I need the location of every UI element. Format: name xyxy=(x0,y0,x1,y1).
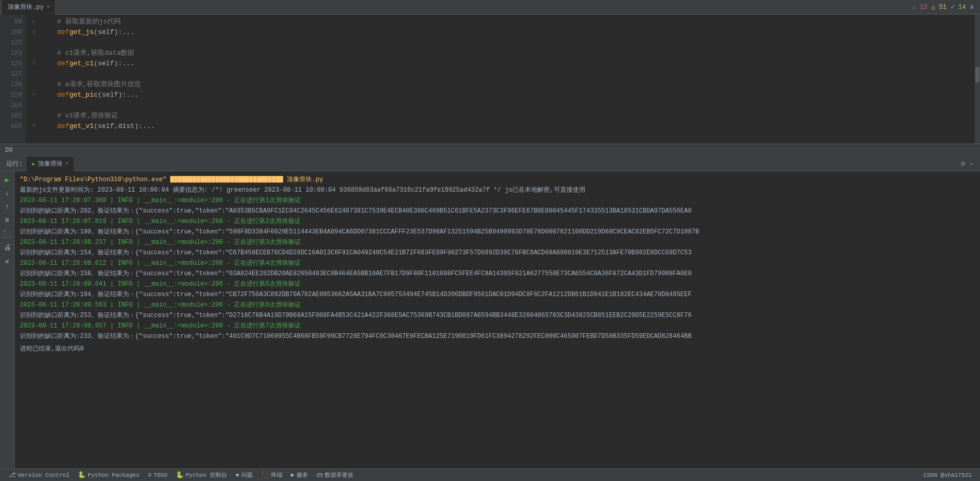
editor-tab-close[interactable]: × xyxy=(47,4,50,10)
run-result-5: 识别到的缺口距离为:184。验证结果为：{"success":true,"tok… xyxy=(20,289,975,300)
code-line-128: # a请求,获取滑块图片信息 xyxy=(32,79,980,90)
editor-scrollbar[interactable] xyxy=(975,15,980,144)
run-block-5: 2023-08-11 17:28:09.041 | INFO | __main_… xyxy=(20,279,975,300)
run-block-3: 2023-08-11 17:28:08.237 | INFO | __main_… xyxy=(20,237,975,258)
run-result-2: 识别到的缺口距离为:180。验证结果为：{"success":true,"tok… xyxy=(20,227,975,237)
run-info-7: 2023-08-11 17:28:09.957 | INFO | __main_… xyxy=(20,321,975,331)
run-block-2: 2023-08-11 17:28:07.819 | INFO | __main_… xyxy=(20,216,975,237)
services-icon: ▶ xyxy=(291,471,294,479)
todo-icon: ≡ xyxy=(148,472,151,479)
line-num: 123 xyxy=(0,48,26,58)
status-terminal[interactable]: ⬛ 终端 xyxy=(257,469,287,481)
code-line-127 xyxy=(32,69,980,79)
run-down-icon[interactable]: ↓ xyxy=(2,188,13,198)
scrollbar-thumb[interactable] xyxy=(975,67,979,83)
code-line-129: ▽ def get_pic ( self ):... xyxy=(32,90,980,100)
line-num: 100 xyxy=(0,27,26,38)
status-problems[interactable]: ● 问题 xyxy=(231,469,257,481)
code-line-123: # c1请求,获取data数据 xyxy=(32,48,980,58)
run-info-5: 2023-08-11 17:28:09.041 | INFO | __main_… xyxy=(20,279,975,289)
editor-tab-bar: 顶像滑块.py × ⚠ 13 △ 51 ✓ 14 ∧ xyxy=(0,0,980,15)
status-database[interactable]: 🗃 数据库更改 xyxy=(312,469,358,481)
run-tab-close[interactable]: × xyxy=(65,161,68,167)
run-info-4: 2023-08-11 17:28:08.612 | INFO | __main_… xyxy=(20,258,975,268)
run-up-icon[interactable]: ↑ xyxy=(2,202,13,212)
status-todo[interactable]: ≡ TODO xyxy=(144,469,172,481)
status-services-label: 服务 xyxy=(297,471,308,479)
python-packages-icon: 🐍 xyxy=(78,471,86,479)
status-version-control-label: Version Control xyxy=(18,472,69,478)
database-icon: 🗃 xyxy=(316,471,323,479)
run-label: 运行: xyxy=(2,159,27,168)
fold-arrow[interactable]: ▽ xyxy=(32,58,41,69)
fold-arrow[interactable]: ▷ xyxy=(32,17,41,27)
minimize-icon[interactable]: − xyxy=(970,160,974,168)
run-body: ▶ ↓ ↑ ≡ ⬛ 🖨 ✕ "D:\Program Files\Python31… xyxy=(0,171,980,468)
error-badge: ⚠ 13 xyxy=(912,3,927,11)
run-close-icon[interactable]: ✕ xyxy=(2,256,13,266)
line-num: 99 xyxy=(0,17,26,27)
run-list-icon[interactable]: ≡ xyxy=(2,215,13,226)
code-content[interactable]: ▷ # 获取最新的js代码 ▽ def get_js ( self ):... xyxy=(26,15,980,144)
settings-icon[interactable]: ⚙ xyxy=(961,159,965,168)
problems-icon: ● xyxy=(235,472,239,479)
editor-header-badges: ⚠ 13 △ 51 ✓ 14 ∧ xyxy=(912,3,978,11)
run-info-2: 2023-08-11 17:28:07.819 | INFO | __main_… xyxy=(20,216,975,227)
run-stop-icon[interactable]: ⬛ xyxy=(2,229,13,239)
status-services[interactable]: ▶ 服务 xyxy=(287,469,312,481)
line-num: 124 xyxy=(0,58,26,69)
editor-tab[interactable]: 顶像滑块.py × xyxy=(2,0,56,15)
line-num: 129 xyxy=(0,90,26,100)
version-control-icon: ⎇ xyxy=(8,471,16,479)
run-tab-play-icon: ▶ xyxy=(32,161,35,167)
ok-badge: ✓ 14 xyxy=(951,3,966,11)
breadcrumb-label: DX xyxy=(5,147,13,154)
run-block-7: 2023-08-11 17:28:09.957 | INFO | __main_… xyxy=(20,321,975,342)
code-editor: 99 100 122 123 124 127 128 129 164 165 1… xyxy=(0,15,980,144)
fold-arrow[interactable]: ▽ xyxy=(32,121,41,132)
run-block-4: 2023-08-11 17:28:08.612 | INFO | __main_… xyxy=(20,258,975,279)
run-tab[interactable]: ▶ 顶像滑块 × xyxy=(27,157,74,171)
code-line-166: ▽ def get_v1 ( self , dist ):... xyxy=(32,121,980,132)
chevron-up-icon[interactable]: ∧ xyxy=(970,3,974,11)
run-result-4: 识别到的缺口距离为:158。验证结果为：{"success":true,"tok… xyxy=(20,268,975,279)
code-line-100: ▽ def get_js ( self ):... xyxy=(32,27,980,38)
fold-arrow[interactable]: ▽ xyxy=(32,27,41,38)
warning-badge: △ 51 xyxy=(931,3,947,11)
run-tab-label: 顶像滑块 xyxy=(38,159,63,168)
run-result-6: 识别到的缺口距离为:253。验证结果为：{"success":true,"tok… xyxy=(20,310,975,321)
code-line-164 xyxy=(32,100,980,111)
status-python-packages[interactable]: 🐍 Python Packages xyxy=(74,469,144,481)
status-terminal-label: 终端 xyxy=(271,471,282,479)
line-num: 128 xyxy=(0,79,26,90)
status-right-info: CSDN @sha17521 xyxy=(919,469,976,481)
code-line-165: # v1请求,滑块验证 xyxy=(32,111,980,121)
run-section: 运行: ▶ 顶像滑块 × ⚙ − ▶ ↓ ↑ ≡ ⬛ 🖨 ✕ "D:\Progr… xyxy=(0,157,980,468)
status-database-label: 数据库更改 xyxy=(325,471,353,479)
line-numbers: 99 100 122 123 124 127 128 129 164 165 1… xyxy=(0,15,26,144)
status-python-console[interactable]: 🐍 Python 控制台 xyxy=(172,469,231,481)
run-play-icon[interactable]: ▶ xyxy=(2,174,13,185)
status-version-control[interactable]: ⎇ Version Control xyxy=(4,469,74,481)
python-console-icon: 🐍 xyxy=(176,471,184,479)
status-todo-label: TODO xyxy=(154,472,167,478)
process-ended: 进程已结束,退出代码0 xyxy=(20,344,975,354)
status-python-packages-label: Python Packages xyxy=(88,472,139,478)
run-line-jsinfo: 最新的js文件更新时间为: 2023-08-11 10:00:04 摘要信息为:… xyxy=(20,185,975,195)
run-block-1: 2023-08-11 17:28:07.360 | INFO | __main_… xyxy=(20,195,975,216)
run-toolbar: ▶ ↓ ↑ ≡ ⬛ 🖨 ✕ xyxy=(0,171,15,468)
line-num: 164 xyxy=(0,100,26,111)
run-output[interactable]: "D:\Program Files\Python310\python.exe" … xyxy=(15,171,980,468)
fold-arrow[interactable]: ▽ xyxy=(32,90,41,100)
breadcrumb: DX xyxy=(0,144,980,156)
line-num: 122 xyxy=(0,38,26,48)
run-settings: ⚙ − xyxy=(961,159,978,168)
run-line-command: "D:\Program Files\Python310\python.exe" … xyxy=(20,174,975,185)
line-num: 127 xyxy=(0,69,26,79)
line-num: 165 xyxy=(0,111,26,121)
run-info-1: 2023-08-11 17:28:07.360 | INFO | __main_… xyxy=(20,195,975,206)
run-print-icon[interactable]: 🖨 xyxy=(2,242,13,253)
status-right-label: CSDN @sha17521 xyxy=(924,472,972,478)
line-num: 166 xyxy=(0,121,26,132)
run-block-6: 2023-08-11 17:28:09.563 | INFO | __main_… xyxy=(20,300,975,321)
